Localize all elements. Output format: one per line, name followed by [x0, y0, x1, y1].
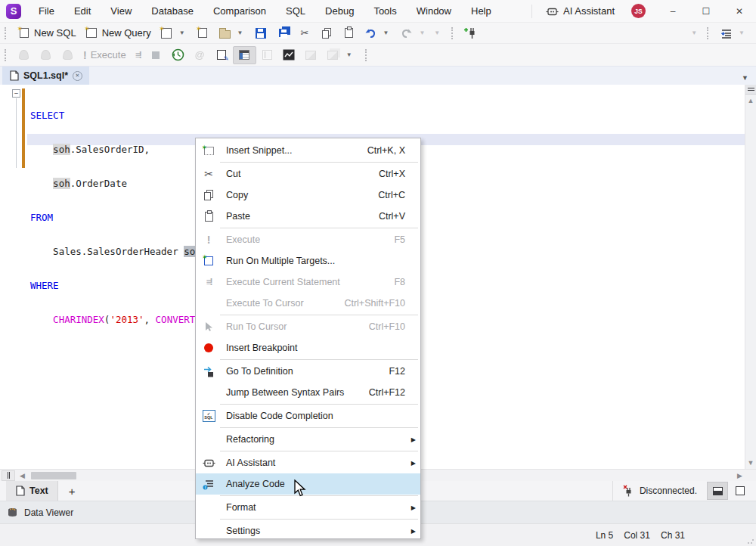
full-view-icon	[736, 486, 745, 495]
toolbar-drag-handle[interactable]	[707, 27, 711, 39]
new-window-icon: ✶	[160, 26, 173, 39]
chevron-down-icon[interactable]: ▼	[381, 29, 392, 36]
undo-button[interactable]: ▼	[360, 24, 396, 42]
chart-button[interactable]	[278, 46, 300, 64]
menu-item-jump-between-syntax-pairs[interactable]: Jump Between Syntax Pairs Ctrl+F12	[196, 382, 420, 403]
menu-item-insert-snippet[interactable]: ✶ Insert Snippet... Ctrl+K, X	[196, 140, 420, 161]
menu-sql[interactable]: SQL	[276, 2, 315, 20]
paste-icon	[342, 26, 355, 39]
menu-database[interactable]: Database	[141, 2, 203, 20]
menu-edit[interactable]: Edit	[64, 2, 101, 20]
toolbar-drag-handle[interactable]	[5, 27, 9, 39]
chevron-down-icon[interactable]: ▼	[235, 29, 246, 36]
cut-button[interactable]: ✂	[294, 24, 316, 42]
new-file-button[interactable]: ✶	[192, 24, 214, 42]
menu-item-go-to-definition[interactable]: Go To Definition F12	[196, 361, 420, 382]
database-refresh-button[interactable]	[35, 46, 57, 64]
save-all-button[interactable]	[272, 24, 294, 42]
new-query-icon: ✶	[85, 26, 98, 39]
menu-item-format[interactable]: Format ▶	[196, 497, 420, 518]
new-connection-button[interactable]	[460, 24, 482, 42]
menu-item-execute[interactable]: ! Execute F5	[196, 229, 420, 250]
chevron-down-icon[interactable]: ▼	[344, 51, 355, 58]
open-file-button[interactable]: ▼	[214, 24, 250, 42]
new-sql-window-button[interactable]: ✶ ▼	[156, 24, 192, 42]
menu-item-refactoring[interactable]: Refactoring ▶	[196, 429, 420, 450]
scrollbar-thumb[interactable]	[31, 472, 76, 479]
menu-item-insert-breakpoint[interactable]: Insert Breakpoint	[196, 337, 420, 358]
database-check-button[interactable]	[57, 46, 79, 64]
menu-item-ai-assistant[interactable]: AI Assistant ▶	[196, 452, 420, 473]
ai-assistant-button[interactable]: AI Assistant	[540, 0, 621, 22]
scroll-up-icon[interactable]: ▲	[748, 95, 754, 107]
tab-text[interactable]: Text	[6, 481, 58, 501]
fold-collapse-icon[interactable]: −	[12, 89, 20, 98]
code-completion-toggle-button[interactable]	[233, 46, 256, 64]
menu-help[interactable]: Help	[461, 2, 501, 20]
menu-item-execute-current-statement[interactable]: ≡! Execute Current Statement F8	[196, 271, 420, 293]
code-text[interactable]: SELECT soh.SalesOrderID, soh.OrderDate F…	[30, 87, 206, 348]
copy-button[interactable]	[316, 24, 338, 42]
toolbar-drag-handle[interactable]	[451, 27, 456, 39]
copy-image-button[interactable]	[322, 46, 344, 64]
chevron-down-icon[interactable]: ▼	[432, 29, 442, 36]
edit-document-button[interactable]: ✎	[211, 46, 233, 64]
code-completion-grid-icon	[238, 48, 251, 61]
email-results-button[interactable]: @	[189, 46, 211, 64]
minimize-button[interactable]: –	[656, 0, 689, 22]
vertical-splitter-handle[interactable]	[2, 470, 15, 481]
menu-item-copy[interactable]: Copy Ctrl+C	[196, 185, 420, 206]
maximize-button[interactable]: ☐	[689, 0, 723, 22]
tab-close-icon[interactable]: ✕	[73, 71, 82, 81]
paste-button[interactable]	[338, 24, 360, 42]
menu-item-execute-to-cursor[interactable]: Execute To Cursor Ctrl+Shift+F10	[196, 293, 420, 314]
chevron-down-icon[interactable]: ▼	[417, 29, 427, 36]
vertical-scrollbar[interactable]: ▲ ▼	[745, 85, 756, 469]
formatting-profile-button[interactable]: ▼	[715, 24, 751, 42]
menu-view[interactable]: View	[101, 2, 141, 20]
new-sql-button[interactable]: ✶ New SQL	[13, 24, 81, 42]
menu-item-run-to-cursor[interactable]: Run To Cursor Ctrl+F10	[196, 316, 420, 337]
new-query-button[interactable]: ✶ New Query	[81, 24, 156, 42]
redo-button[interactable]: ▼	[395, 24, 432, 42]
pivot-image-button[interactable]	[300, 46, 322, 64]
menu-item-cut[interactable]: ✂ Cut Ctrl+X	[196, 163, 420, 185]
connection-status[interactable]: Disconnected.	[612, 481, 706, 501]
split-view-toggle-button[interactable]	[707, 482, 728, 500]
resize-grip[interactable]	[747, 537, 754, 544]
editor-splitter-handle[interactable]	[745, 85, 756, 95]
menu-item-analyze-code[interactable]: ! Analyze Code	[196, 473, 420, 495]
menu-comparison[interactable]: Comparison	[203, 2, 276, 20]
user-badge[interactable]: JS	[631, 4, 646, 18]
toolbar-drag-handle[interactable]	[365, 49, 370, 61]
tab-list-dropdown-icon[interactable]: ▼	[742, 74, 756, 85]
full-view-toggle-button[interactable]	[730, 482, 751, 500]
app-window: { "titlebar": { "logo_text": "S", "menus…	[0, 0, 756, 546]
tab-title: SQL1.sql*	[23, 70, 68, 81]
menu-item-run-on-multiple-targets[interactable]: ✶ Run On Multiple Targets...	[196, 250, 420, 271]
menu-window[interactable]: Window	[407, 2, 461, 20]
menu-item-settings[interactable]: Settings ▶	[196, 520, 420, 539]
execute-statement-button[interactable]: ≡!	[131, 46, 145, 64]
close-button[interactable]: ✕	[723, 0, 756, 22]
query-history-button[interactable]	[167, 46, 189, 64]
toolbar-drag-handle[interactable]	[5, 49, 9, 61]
database-sync-button[interactable]	[13, 46, 35, 64]
menu-item-paste[interactable]: Paste Ctrl+V	[196, 206, 420, 227]
add-tab-button[interactable]: +	[58, 485, 86, 498]
chevron-down-icon[interactable]: ▼	[689, 29, 699, 36]
layout-button[interactable]	[256, 46, 278, 64]
scroll-down-icon[interactable]: ▼	[748, 457, 754, 469]
scroll-left-icon[interactable]: ◀	[20, 470, 25, 482]
execute-button[interactable]: ! Execute	[79, 46, 131, 64]
stop-button[interactable]	[145, 46, 167, 64]
scroll-right-icon[interactable]: ▶	[737, 470, 742, 482]
menu-tools[interactable]: Tools	[364, 2, 406, 20]
menu-item-disable-code-completion[interactable]: ✓SQL Disable Code Completion	[196, 405, 420, 427]
tab-sql1[interactable]: SQL1.sql* ✕	[2, 67, 89, 85]
save-button[interactable]	[250, 24, 272, 42]
menu-debug[interactable]: Debug	[315, 2, 364, 20]
menu-file[interactable]: File	[29, 2, 64, 20]
chevron-down-icon[interactable]: ▼	[177, 29, 187, 36]
chevron-down-icon[interactable]: ▼	[736, 29, 747, 36]
